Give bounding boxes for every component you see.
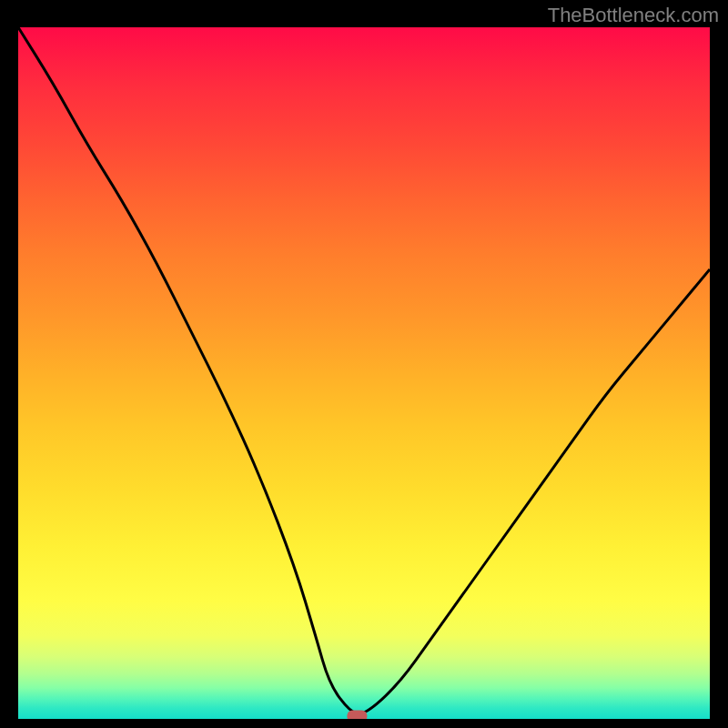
attribution-label: TheBottleneck.com bbox=[548, 4, 719, 27]
plot-area bbox=[18, 27, 710, 719]
optimal-marker bbox=[347, 711, 367, 720]
chart-container: TheBottleneck.com bbox=[0, 0, 728, 728]
bottleneck-curve bbox=[18, 27, 710, 713]
chart-svg bbox=[18, 27, 710, 719]
